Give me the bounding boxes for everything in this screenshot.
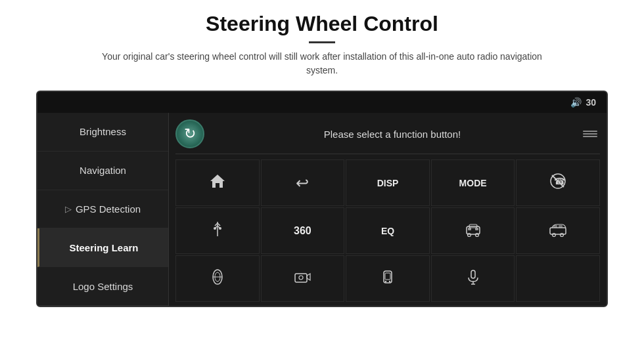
home-icon: [209, 173, 226, 194]
subtitle: Your original car's steering wheel contr…: [92, 50, 552, 77]
antenna-icon: [209, 220, 226, 242]
car-side-icon: [549, 220, 567, 242]
svg-point-33: [385, 280, 386, 282]
page-title: Steering Wheel Control: [39, 12, 605, 36]
function-prompt: Please select a function button!: [212, 129, 572, 140]
svg-rect-24: [559, 225, 563, 228]
svg-text:☎: ☎: [554, 176, 565, 186]
grid-cell-car-top2[interactable]: [346, 255, 430, 302]
button-grid: ↩ DISP MODE ☎: [175, 159, 600, 302]
no-call-icon: ☎: [549, 173, 566, 194]
grid-cell-car-side[interactable]: [516, 207, 600, 254]
sidebar-item-gps[interactable]: ▷ GPS Detection: [37, 190, 168, 229]
car-top2-icon: [379, 268, 396, 289]
top-bar: 🔊 30: [37, 92, 607, 113]
svg-rect-20: [550, 228, 566, 234]
grid-cell-eq[interactable]: EQ: [346, 207, 430, 254]
grid-cell-no-call[interactable]: ☎: [516, 159, 600, 206]
svg-rect-1: [583, 133, 597, 135]
svg-rect-35: [471, 270, 475, 278]
svg-marker-3: [210, 175, 225, 188]
main-content: Brightness Navigation ▷ GPS Detection St…: [37, 113, 607, 306]
grid-cell-home[interactable]: [175, 159, 260, 206]
volume-level: 30: [586, 97, 596, 108]
svg-rect-18: [468, 228, 471, 230]
grid-cell-mode[interactable]: MODE: [431, 159, 515, 206]
svg-rect-28: [295, 274, 307, 282]
page-wrapper: Steering Wheel Control Your original car…: [0, 0, 644, 357]
svg-point-30: [299, 276, 303, 280]
svg-rect-0: [583, 131, 597, 132]
back-icon: ↩: [296, 174, 309, 192]
grid-cell-car-top[interactable]: [175, 255, 260, 302]
grid-cell-back[interactable]: ↩: [261, 159, 345, 206]
sidebar-item-navigation[interactable]: Navigation: [37, 152, 168, 190]
svg-rect-23: [553, 225, 557, 228]
svg-rect-32: [385, 273, 390, 280]
refresh-icon: ↻: [184, 125, 196, 142]
grid-cell-empty: [516, 255, 600, 302]
grid-cell-360[interactable]: 360: [261, 207, 345, 254]
volume-icon: 🔊: [570, 97, 582, 108]
grid-cell-antenna[interactable]: [175, 207, 260, 254]
title-divider: [309, 41, 335, 43]
svg-point-34: [389, 280, 390, 282]
top-right-icon: [580, 127, 600, 140]
sidebar-item-logo[interactable]: Logo Settings: [37, 267, 168, 306]
grid-cell-disp[interactable]: DISP: [346, 159, 430, 206]
function-bar: ↻ Please select a function button!: [175, 117, 600, 154]
eq-label: EQ: [381, 226, 394, 236]
mic-icon: [465, 268, 482, 289]
grid-cell-car-front[interactable]: [431, 207, 515, 254]
car-top-icon: [209, 268, 226, 289]
sidebar-item-brightness[interactable]: Brightness: [37, 113, 168, 152]
360-label: 360: [294, 225, 311, 237]
grid-cell-camera[interactable]: [261, 255, 345, 302]
right-panel: ↻ Please select a function button!: [169, 113, 607, 306]
sidebar: Brightness Navigation ▷ GPS Detection St…: [37, 113, 169, 306]
header-section: Steering Wheel Control Your original car…: [0, 0, 644, 84]
cursor-icon: ▷: [65, 204, 72, 214]
grid-cell-mic[interactable]: [431, 255, 515, 302]
camera-icon: [293, 268, 311, 290]
svg-rect-19: [475, 228, 478, 230]
mode-label: MODE: [459, 178, 487, 188]
sidebar-item-steering-learn[interactable]: Steering Learn: [37, 228, 168, 267]
disp-label: DISP: [377, 178, 399, 188]
car-front-icon: [464, 220, 482, 242]
device-screen: 🔊 30 Brightness Navigation ▷ GPS Detecti…: [36, 91, 608, 307]
svg-rect-2: [583, 136, 597, 137]
refresh-button[interactable]: ↻: [175, 119, 204, 148]
